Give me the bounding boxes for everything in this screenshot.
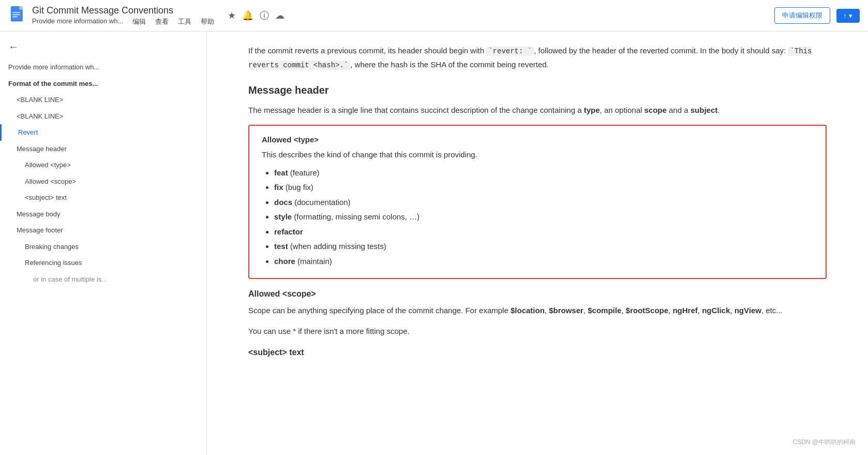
message-header-intro-text: The message header is a single line that… <box>248 104 827 117</box>
sidebar-item-blank1[interactable]: <BLANK LINE> <box>0 92 206 108</box>
list-item: style (formatting, missing semi colons, … <box>274 210 813 225</box>
list-item: fix (bug fix) <box>274 180 813 195</box>
title-icons: ★ 🔔 ⓘ ☁ <box>228 9 285 22</box>
topbar: Git Commit Message Conventions Provide m… <box>0 0 868 32</box>
sidebar-item-revert[interactable]: Revert <box>0 124 206 141</box>
svg-rect-4 <box>12 17 18 18</box>
sidebar-item-subject-text[interactable]: <subject> text <box>0 189 206 206</box>
share-caret: ▾ <box>849 12 852 20</box>
sidebar: ← Provide more information wh... Format … <box>0 32 207 455</box>
list-item: refactor <box>274 225 813 240</box>
main-layout: ← Provide more information wh... Format … <box>0 32 868 455</box>
scope-description: Scope can be anything specifying place o… <box>248 304 827 317</box>
message-header-heading: Message header <box>248 84 827 96</box>
sidebar-item-allowed-scope[interactable]: Allowed <scope> <box>0 173 206 190</box>
menu-view[interactable]: 查看 <box>155 17 169 26</box>
menu-tools[interactable]: 工具 <box>178 17 191 26</box>
list-item: docs (documentation) <box>274 195 813 210</box>
sidebar-item-message-footer[interactable]: Message footer <box>0 222 206 239</box>
list-item: chore (maintain) <box>274 254 813 269</box>
bell-icon[interactable]: 🔔 <box>242 10 253 21</box>
sidebar-item-referencing-issues[interactable]: Referencing issues <box>0 255 206 271</box>
sidebar-item-breaking-changes[interactable]: Breaking changes <box>0 239 206 255</box>
star-icon[interactable]: ★ <box>228 10 236 21</box>
watermark: CSDN @牛哄哄的柯南 <box>792 438 856 447</box>
title-area: Git Commit Message Conventions Provide m… <box>32 5 214 26</box>
list-item: test (when adding missing tests) <box>274 239 813 254</box>
share-button[interactable]: ↑ ▾ <box>836 9 860 23</box>
menu-edit[interactable]: 编辑 <box>132 17 146 26</box>
sidebar-item-message-header[interactable]: Message header <box>0 141 206 157</box>
allowed-type-box: Allowed <type> This describes the kind o… <box>248 125 827 279</box>
menu-help[interactable]: 帮助 <box>201 17 214 26</box>
scope-wildcard-text: You can use * if there isn't a more fitt… <box>248 325 827 338</box>
doc-title: Git Commit Message Conventions <box>32 5 214 16</box>
sidebar-item-blank2[interactable]: <BLANK LINE> <box>0 108 206 125</box>
cloud-icon[interactable]: ☁ <box>275 10 285 21</box>
revert-paragraph: If the commit reverts a previous commit,… <box>248 44 827 72</box>
menu-bar: Provide more information wh... 编辑 查看 工具 … <box>32 17 214 26</box>
svg-rect-2 <box>12 12 20 13</box>
back-icon: ← <box>8 41 19 53</box>
sidebar-item-provide[interactable]: Provide more information wh... <box>0 59 206 76</box>
svg-rect-3 <box>12 14 20 16</box>
info-icon[interactable]: ⓘ <box>260 9 269 22</box>
content-area: If the commit reverts a previous commit,… <box>207 32 868 455</box>
box-intro: This describes the kind of change that t… <box>262 148 813 162</box>
topbar-right: 申请编辑权限 ↑ ▾ <box>774 7 860 24</box>
box-title: Allowed <type> <box>262 135 813 144</box>
sidebar-item-multiple-is[interactable]: or in case of multiple is... <box>0 271 206 288</box>
type-list: feat (feature) fix (bug fix) docs (docum… <box>274 166 813 269</box>
sidebar-item-format[interactable]: Format of the commit mes... <box>0 76 206 92</box>
back-button[interactable]: ← <box>0 38 206 56</box>
topbar-left: Git Commit Message Conventions Provide m… <box>8 4 774 27</box>
allowed-scope-heading: Allowed <scope> <box>248 289 827 299</box>
request-edit-button[interactable]: 申请编辑权限 <box>774 7 830 24</box>
sidebar-item-allowed-type[interactable]: Allowed <type> <box>0 157 206 173</box>
list-item: feat (feature) <box>274 166 813 181</box>
sidebar-item-message-body[interactable]: Message body <box>0 206 206 223</box>
menu-file[interactable]: Provide more information wh... <box>32 17 123 26</box>
share-icon: ↑ <box>844 12 847 20</box>
app-icon <box>8 4 27 27</box>
svg-rect-1 <box>19 6 23 10</box>
subject-text-heading: <subject> text <box>248 348 827 357</box>
